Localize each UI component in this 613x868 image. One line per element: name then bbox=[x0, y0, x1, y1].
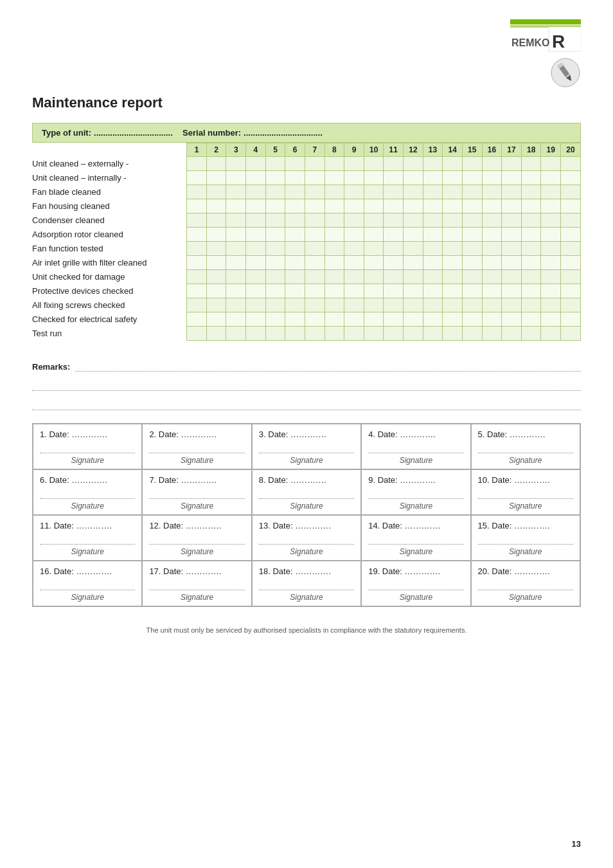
cell-2-9 bbox=[364, 185, 384, 199]
cell-3-18 bbox=[541, 199, 561, 213]
cell-4-8 bbox=[344, 213, 364, 228]
date-label-9: 9. Date: …………. bbox=[368, 475, 463, 485]
cell-11-5 bbox=[285, 312, 305, 327]
cell-2-13 bbox=[443, 185, 463, 199]
cell-11-11 bbox=[404, 312, 423, 327]
col-header-11: 11 bbox=[384, 143, 404, 157]
date-label-3: 3. Date: …………. bbox=[259, 429, 354, 439]
date-label-2: 2. Date: …………. bbox=[149, 429, 244, 439]
cell-12-14 bbox=[462, 327, 482, 341]
cell-0-17 bbox=[521, 157, 541, 171]
cell-0-7 bbox=[324, 157, 344, 171]
cell-4-12 bbox=[423, 213, 443, 228]
date-cell-1: 1. Date: ………….Signature bbox=[33, 424, 142, 469]
date-dots-14 bbox=[368, 534, 463, 545]
cell-6-3 bbox=[246, 242, 266, 256]
cell-7-6 bbox=[305, 256, 324, 270]
col-header-6: 6 bbox=[285, 143, 305, 157]
cell-11-12 bbox=[423, 312, 443, 327]
page-header: R REMKO bbox=[32, 19, 581, 88]
date-signature-grid: 1. Date: ………….Signature2. Date: ………….Sig… bbox=[32, 423, 581, 607]
cell-9-10 bbox=[384, 284, 404, 298]
cell-8-13 bbox=[443, 270, 463, 284]
cell-1-12 bbox=[423, 171, 443, 185]
cell-5-12 bbox=[423, 228, 443, 242]
signature-label-18: Signature bbox=[259, 593, 354, 602]
cell-9-9 bbox=[364, 284, 384, 298]
cell-7-9 bbox=[364, 256, 384, 270]
row-label-2: Fan blade cleaned bbox=[32, 185, 187, 199]
cell-3-11 bbox=[404, 199, 423, 213]
signature-label-2: Signature bbox=[149, 456, 244, 465]
cell-1-16 bbox=[502, 171, 522, 185]
cell-6-17 bbox=[521, 242, 541, 256]
date-dots-2 bbox=[149, 443, 244, 453]
maintenance-icon bbox=[550, 57, 581, 88]
signature-label-5: Signature bbox=[478, 456, 573, 465]
cell-9-6 bbox=[305, 284, 324, 298]
cell-1-1 bbox=[206, 171, 226, 185]
cell-5-2 bbox=[226, 228, 246, 242]
cell-2-15 bbox=[482, 185, 502, 199]
maintenance-table: 1234567891011121314151617181920 Unit cle… bbox=[32, 143, 581, 341]
signature-label-14: Signature bbox=[368, 547, 463, 556]
cell-4-13 bbox=[443, 213, 463, 228]
cell-6-13 bbox=[443, 242, 463, 256]
cell-8-0 bbox=[187, 270, 207, 284]
signature-label-12: Signature bbox=[149, 547, 244, 556]
cell-3-3 bbox=[246, 199, 266, 213]
cell-12-19 bbox=[561, 327, 581, 341]
cell-1-3 bbox=[246, 171, 266, 185]
cell-2-12 bbox=[423, 185, 443, 199]
cell-5-17 bbox=[521, 228, 541, 242]
cell-8-2 bbox=[226, 270, 246, 284]
cell-7-19 bbox=[561, 256, 581, 270]
cell-3-1 bbox=[206, 199, 226, 213]
cell-12-0 bbox=[187, 327, 207, 341]
date-dots-1 bbox=[40, 443, 135, 453]
date-label-13: 13. Date: …………. bbox=[259, 521, 354, 530]
cell-5-11 bbox=[404, 228, 423, 242]
date-dots-3 bbox=[259, 443, 354, 453]
cell-12-18 bbox=[541, 327, 561, 341]
date-label-15: 15. Date: …………. bbox=[478, 521, 573, 530]
cell-1-2 bbox=[226, 171, 246, 185]
cell-8-5 bbox=[285, 270, 305, 284]
date-dots-6 bbox=[40, 489, 135, 499]
date-label-1: 1. Date: …………. bbox=[40, 429, 135, 439]
date-dots-20 bbox=[478, 580, 573, 590]
cell-11-2 bbox=[226, 312, 246, 327]
date-dots-9 bbox=[368, 489, 463, 499]
cell-2-16 bbox=[502, 185, 522, 199]
cell-4-18 bbox=[541, 213, 561, 228]
date-label-11: 11. Date: …………. bbox=[40, 521, 135, 530]
cell-9-18 bbox=[541, 284, 561, 298]
cell-10-13 bbox=[443, 298, 463, 312]
signature-label-1: Signature bbox=[40, 456, 135, 465]
signature-label-9: Signature bbox=[368, 502, 463, 511]
cell-0-1 bbox=[206, 157, 226, 171]
cell-7-17 bbox=[521, 256, 541, 270]
cell-4-11 bbox=[404, 213, 423, 228]
cell-1-5 bbox=[285, 171, 305, 185]
cell-9-1 bbox=[206, 284, 226, 298]
col-header-20: 20 bbox=[561, 143, 581, 157]
date-dots-13 bbox=[259, 534, 354, 545]
cell-4-0 bbox=[187, 213, 207, 228]
row-label-12: Test run bbox=[32, 327, 187, 341]
cell-10-6 bbox=[305, 298, 324, 312]
cell-0-8 bbox=[344, 157, 364, 171]
date-label-5: 5. Date: …………. bbox=[478, 429, 573, 439]
cell-7-16 bbox=[502, 256, 522, 270]
col-header-5: 5 bbox=[265, 143, 285, 157]
cell-12-17 bbox=[521, 327, 541, 341]
cell-6-15 bbox=[482, 242, 502, 256]
cell-11-14 bbox=[462, 312, 482, 327]
date-cell-3: 3. Date: ………….Signature bbox=[252, 424, 361, 469]
cell-8-7 bbox=[324, 270, 344, 284]
cell-4-16 bbox=[502, 213, 522, 228]
cell-3-17 bbox=[521, 199, 541, 213]
cell-9-8 bbox=[344, 284, 364, 298]
cell-9-16 bbox=[502, 284, 522, 298]
cell-11-0 bbox=[187, 312, 207, 327]
